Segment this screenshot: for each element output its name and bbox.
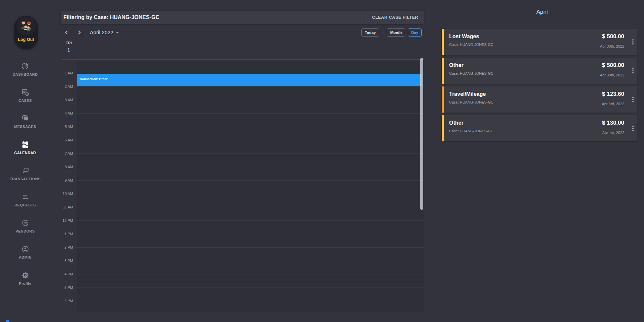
view-button-day[interactable]: Day xyxy=(408,28,422,37)
hour-row: 3 AM xyxy=(61,100,424,100)
sidebar-item-label: MESSAGES xyxy=(14,125,36,129)
kebab-menu-icon[interactable] xyxy=(630,66,636,75)
view-button-today[interactable]: Today xyxy=(361,28,379,37)
hour-line xyxy=(77,140,424,140)
transaction-date: Apr 30th, 2022 xyxy=(600,73,624,77)
hour-line xyxy=(77,301,424,301)
transactions-panel: April Lost Wages Case: HUANG-JONES-GC $ … xyxy=(440,0,644,322)
transaction-date: Apr 1st, 2022 xyxy=(602,131,624,135)
hour-row: 12 PM xyxy=(61,220,424,221)
vertical-scrollbar[interactable] xyxy=(420,58,423,210)
transaction-list: Lost Wages Case: HUANG-JONES-GC $ 500.00… xyxy=(442,29,637,144)
hour-tick xyxy=(74,247,77,248)
previous-button[interactable] xyxy=(63,28,70,37)
hour-tick xyxy=(74,127,77,127)
transaction-name: Other xyxy=(449,120,622,126)
hour-label: 10 AM xyxy=(61,192,73,196)
app-root: Log Out DASHBOARD CASES xyxy=(0,0,644,322)
corner-chip xyxy=(6,320,9,322)
transaction-name: Lost Wages xyxy=(449,34,622,40)
sidebar-item-requests[interactable]: REQUESTS xyxy=(0,188,50,214)
transaction-card[interactable]: Travel/Mileage Case: HUANG-JONES-GC $ 12… xyxy=(442,86,637,113)
pie-chart-icon xyxy=(21,62,29,70)
sidebar-item-messages[interactable]: MESSAGES xyxy=(0,109,50,135)
hour-tick xyxy=(74,234,77,234)
sidebar: Log Out DASHBOARD CASES xyxy=(0,0,50,322)
clear-case-filter-button[interactable]: CLEAR CASE FILTER xyxy=(372,15,418,20)
avatar xyxy=(16,16,36,36)
hour-tick xyxy=(74,180,77,181)
sidebar-item-cases[interactable]: CASES xyxy=(0,83,50,109)
filter-title: Filtering by Case: HUANG-JONES-GC xyxy=(63,14,159,20)
chevron-down-icon[interactable] xyxy=(116,32,119,34)
panel-title: April xyxy=(440,9,644,15)
hour-label: 3 PM xyxy=(61,259,73,263)
day-time-grid: 1 AM 2 AM 3 AM 4 AM xyxy=(61,60,424,312)
sidebar-item-label: TRANSACTIONS xyxy=(10,177,41,181)
transaction-card[interactable]: Other Case: HUANG-JONES-GC $ 130.00 Apr … xyxy=(442,115,637,141)
hour-tick xyxy=(74,287,77,288)
view-switch: Today Month Day xyxy=(361,28,422,37)
hour-line xyxy=(77,180,424,181)
sidebar-item-vendors[interactable]: VENDORS xyxy=(0,214,50,240)
hour-row: 4 PM xyxy=(61,274,424,274)
transaction-amount: $ 123.60 xyxy=(602,91,624,98)
transaction-name: Other xyxy=(449,62,622,68)
month-title[interactable]: April 2022 xyxy=(90,29,113,36)
calendar-toolbar: April 2022 Today Month Day xyxy=(61,28,424,37)
sidebar-item-admin[interactable]: ADMIN xyxy=(0,240,50,266)
kebab-menu-icon[interactable] xyxy=(630,95,636,104)
hour-label: 12 PM xyxy=(61,218,73,222)
sidebar-item-label: Profile xyxy=(19,281,31,285)
hour-line xyxy=(77,167,424,167)
transaction-name: Travel/Mileage xyxy=(449,91,622,97)
day-number: 1 xyxy=(61,47,77,53)
kebab-menu-icon[interactable] xyxy=(630,124,636,133)
hour-row: 2 PM xyxy=(61,247,424,248)
transaction-case: Case: HUANG-JONES-GC xyxy=(449,43,622,47)
hour-line xyxy=(77,234,424,234)
filter-divider xyxy=(367,15,367,20)
sidebar-item-calendar[interactable]: CALENDAR xyxy=(0,135,50,162)
hour-line xyxy=(77,287,424,288)
transaction-case: Case: HUANG-JONES-GC xyxy=(449,129,622,133)
requests-icon xyxy=(21,193,29,201)
hour-label: 6 PM xyxy=(61,299,73,303)
hour-row: 2 AM xyxy=(61,86,424,87)
transaction-case: Case: HUANG-JONES-GC xyxy=(449,100,622,104)
hour-row: 6 PM xyxy=(61,301,424,301)
hour-tick xyxy=(74,167,77,167)
hour-tick xyxy=(74,274,77,274)
transaction-amount: $ 500.00 xyxy=(602,62,624,69)
transaction-date: Apr 3rd, 2022 xyxy=(602,102,624,106)
admin-icon xyxy=(21,245,29,253)
chevron-right-icon xyxy=(77,30,82,35)
hour-row: 9 AM xyxy=(61,180,424,181)
day-header: FRI 1 xyxy=(61,41,77,53)
hour-line xyxy=(77,153,424,154)
view-button-month[interactable]: Month xyxy=(387,28,405,37)
hour-row: 11 AM xyxy=(61,207,424,207)
hour-label: 6 AM xyxy=(61,138,73,142)
hour-label: 1 AM xyxy=(61,71,73,75)
logout-label: Log Out xyxy=(14,37,38,42)
kebab-menu-icon[interactable] xyxy=(630,38,636,46)
case-filter-bar: Filtering by Case: HUANG-JONES-GC CLEAR … xyxy=(61,11,424,24)
sidebar-item-label: VENDORS xyxy=(15,229,35,233)
logout-button[interactable]: Log Out xyxy=(14,16,38,49)
sidebar-item-profile[interactable]: Profile xyxy=(0,266,50,292)
sidebar-item-transactions[interactable]: TRANSACTIONS xyxy=(0,162,50,188)
calendar-event-transaction-other[interactable]: Transaction: Other xyxy=(77,74,422,86)
sidebar-item-label: DASHBOARD xyxy=(12,72,38,76)
hour-row: 10 AM xyxy=(61,194,424,194)
sidebar-item-dashboard[interactable]: DASHBOARD xyxy=(0,57,50,83)
hour-tick xyxy=(74,86,77,87)
family-avatar-icon xyxy=(19,19,34,33)
hour-tick xyxy=(74,100,77,100)
hour-label: 2 AM xyxy=(61,84,73,88)
hour-label: 8 AM xyxy=(61,165,73,169)
vendors-icon xyxy=(21,219,29,227)
transaction-amount: $ 500.00 xyxy=(602,33,624,40)
transaction-card[interactable]: Lost Wages Case: HUANG-JONES-GC $ 500.00… xyxy=(442,29,637,55)
transaction-card[interactable]: Other Case: HUANG-JONES-GC $ 500.00 Apr … xyxy=(442,58,637,84)
